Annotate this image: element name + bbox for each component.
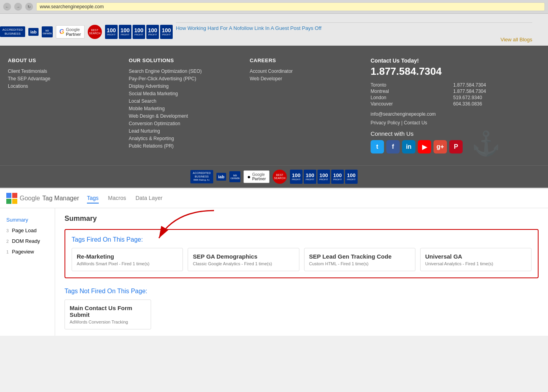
form-submit-title: Main Contact Us Form Submit [70, 305, 146, 318]
display-advertising-link[interactable]: Display Advertising [129, 83, 168, 89]
gtm-body: Summary 3 Page Load 2 DOM Ready 1 Pagevi… [0, 208, 548, 336]
policy-links: Privacy Policy | Contact Us [371, 120, 540, 126]
best-badge-bottom: BESTSEARCH [273, 170, 287, 184]
client-testimonials-link[interactable]: Client Testimonials [8, 68, 47, 74]
footer-about-us: ABOUT US Client Testimonials The SEP Adv… [8, 57, 121, 153]
locations-link[interactable]: Locations [8, 83, 28, 89]
facebook-icon[interactable]: f [386, 140, 400, 153]
tags-grid: Re-Marketing AdWords Smart Pixel - Fired… [72, 248, 531, 271]
profit-badges-bottom: 100PROFIT 100PROFIT 100PROFIT 100PROFIT … [290, 170, 358, 184]
badges-top: ACCREDITEDBUSINESS iab iabcanada G Googl… [0, 18, 548, 46]
connect-title: Connect with Us [371, 130, 540, 137]
view-all-blogs-link[interactable]: View all Blogs [500, 37, 532, 43]
contact-heading: Contact Us Today! [371, 57, 540, 64]
footer-dark: ABOUT US Client Testimonials The SEP Adv… [0, 46, 548, 165]
tags-fired-section: Tags Fired On This Page: Re-Marketing Ad… [65, 229, 539, 278]
sidebar-item-dom-ready[interactable]: 2 DOM Ready [0, 236, 55, 246]
vancouver-label: Vancouver [371, 101, 447, 107]
form-submit-sub: AdWords Conversion Tracking [70, 320, 146, 324]
universal-ga-title: Universal GA [425, 253, 526, 260]
svg-rect-0 [6, 193, 11, 198]
gtm-tag-manager-label: Tag Manager [42, 195, 79, 202]
google-partner-badge-bottom: ● GooglePartner [244, 170, 269, 183]
youtube-icon[interactable]: ▶ [418, 140, 431, 153]
page-load-count: 3 [6, 228, 9, 233]
tab-data-layer[interactable]: Data Layer [135, 193, 162, 203]
twitter-icon[interactable]: t [371, 140, 384, 153]
gplus-icon[interactable]: g+ [434, 140, 447, 153]
mobile-marketing-link[interactable]: Mobile Marketing [129, 106, 164, 111]
toronto-phone: 1.877.584.7304 [453, 82, 540, 88]
ppc-link[interactable]: Pay-Per-Click Advertising (PPC) [129, 76, 196, 81]
tags-not-fired-title: Tags Not Fired On This Page: [65, 288, 539, 295]
sidebar-item-pageview[interactable]: 1 Pageview [0, 246, 55, 257]
tab-tags[interactable]: Tags [87, 193, 99, 203]
gtm-content: Summary Tags Fired On This Page: [55, 208, 548, 336]
montreal-phone: 1.877.584.7304 [453, 89, 540, 94]
footer-our-solutions: OUR SOLUTIONS Search Engine Optimization… [129, 57, 242, 153]
analytics-link[interactable]: Analytics & Reporting [129, 136, 174, 141]
our-solutions-links: Search Engine Optimization (SEO) Pay-Per… [129, 68, 242, 149]
tag-card-remarketing[interactable]: Re-Marketing AdWords Smart Pixel - Fired… [72, 248, 183, 271]
svg-rect-1 [12, 193, 17, 198]
website-area: ACCREDITEDBUSINESS iab iabcanada G Googl… [0, 14, 548, 188]
anchor-decoration: ⚓ [471, 129, 501, 157]
iab-badge: iab [28, 28, 39, 36]
contact-us-link[interactable]: Contact Us [404, 120, 427, 126]
local-search-link[interactable]: Local Search [129, 98, 156, 104]
dom-ready-count: 2 [6, 239, 9, 244]
tag-card-lead-gen[interactable]: SEP Lead Gen Tracking Code Custom HTML -… [304, 248, 415, 271]
pageview-label: Pageview [12, 249, 34, 255]
toronto-label: Toronto [371, 82, 447, 88]
social-media-link[interactable]: Social Media Marketing [129, 91, 178, 96]
vancouver-phone: 604.336.0836 [453, 101, 540, 107]
back-button[interactable]: ← [3, 3, 11, 11]
web-developer-link[interactable]: Web Developer [250, 76, 282, 81]
refresh-button[interactable]: ↻ [25, 3, 33, 11]
sep-advantage-link[interactable]: The SEP Advantage [8, 76, 50, 81]
url-bar[interactable]: www.searchenginepeople.com [36, 2, 545, 11]
svg-rect-2 [6, 199, 11, 204]
london-label: London [371, 95, 447, 100]
gtm-section: Google Tag Manager Tags Macros Data Laye… [0, 188, 548, 336]
pageview-count: 1 [6, 250, 9, 254]
forward-button[interactable]: → [14, 3, 22, 11]
about-us-links: Client Testimonials The SEP Advantage Lo… [8, 68, 121, 89]
browser-chrome: ← → ↻ www.searchenginepeople.com [0, 0, 548, 14]
account-coordinator-link[interactable]: Account Coordinator [250, 68, 293, 74]
sep-ga-title: SEP GA Demographics [193, 253, 294, 260]
careers-heading: CAREERS [250, 57, 363, 63]
sidebar-item-summary[interactable]: Summary [0, 214, 55, 225]
seo-link[interactable]: Search Engine Optimization (SEO) [129, 68, 201, 74]
tag-card-universal-ga[interactable]: Universal GA Universal Analytics - Fired… [420, 248, 531, 271]
canada-iab-badge: iabcanada [42, 26, 53, 37]
tags-not-fired-section: Tags Not Fired On This Page: Main Contac… [65, 288, 539, 329]
london-phone: 519.672.9340 [453, 95, 540, 100]
careers-links: Account Coordinator Web Developer [250, 68, 363, 81]
canada-badge-bottom: iabcanada [229, 171, 240, 182]
conversion-optimization-link[interactable]: Conversion Optimization [129, 121, 180, 126]
gtm-tabs: Tags Macros Data Layer [87, 193, 162, 203]
tag-card-sep-ga[interactable]: SEP GA Demographics Classic Google Analy… [188, 248, 299, 271]
sidebar-item-page-load[interactable]: 3 Page Load [0, 225, 55, 236]
tags-fired-title: Tags Fired On This Page: [72, 236, 531, 243]
sep-ga-sub: Classic Google Analytics - Fired 1 time(… [193, 261, 294, 266]
web-design-link[interactable]: Web Design & Development [129, 113, 188, 119]
lead-nurturing-link[interactable]: Lead Nurturing [129, 128, 160, 134]
city-grid: Toronto 1.877.584.7304 Montreal 1.877.58… [371, 82, 540, 107]
gtm-header: Google Tag Manager Tags Macros Data Laye… [0, 189, 548, 208]
pr-link[interactable]: Public Relations (PR) [129, 143, 173, 149]
tag-card-form-submit[interactable]: Main Contact Us Form Submit AdWords Conv… [65, 300, 151, 329]
remarketing-sub: AdWords Smart Pixel - Fired 1 time(s) [77, 261, 178, 266]
summary-title: Summary [65, 214, 539, 223]
blog-links-area: How Working Hard For A Nofollow Link In … [176, 21, 548, 43]
our-solutions-heading: OUR SOLUTIONS [129, 57, 242, 63]
pinterest-icon[interactable]: P [449, 140, 463, 153]
privacy-policy-link[interactable]: Privacy Policy [371, 120, 400, 126]
linkedin-icon[interactable]: in [402, 140, 415, 153]
blog-link-1[interactable]: How Working Hard For A Nofollow Link In … [176, 25, 321, 31]
social-icons: t f in ▶ g+ P [371, 140, 540, 153]
tab-macros[interactable]: Macros [108, 193, 126, 203]
about-us-heading: ABOUT US [8, 57, 121, 63]
dom-ready-label: DOM Ready [12, 238, 40, 244]
